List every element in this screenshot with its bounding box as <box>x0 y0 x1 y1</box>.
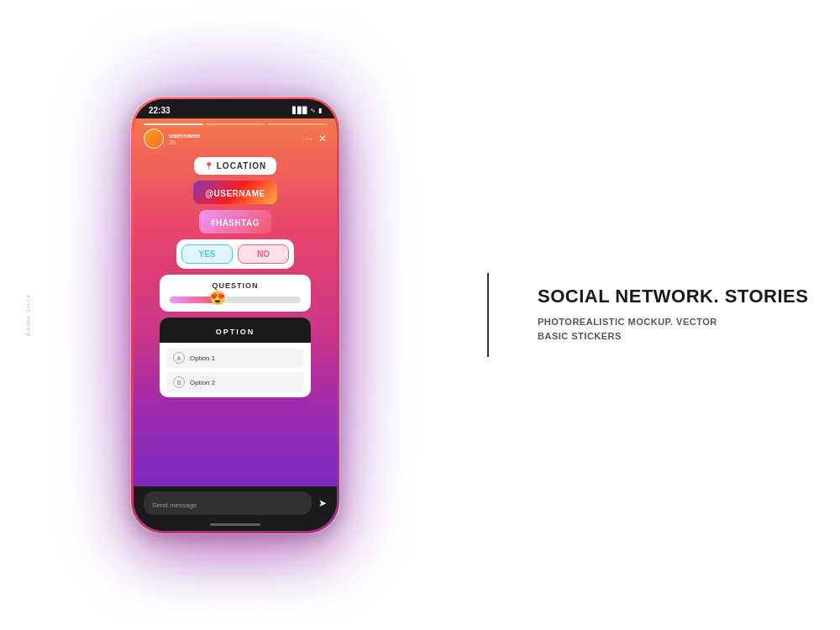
progress-bar-1 <box>144 123 203 125</box>
progress-bar-2 <box>206 123 265 125</box>
adobe-watermark: Adobe Stock <box>25 294 31 337</box>
send-icon[interactable]: ➤ <box>318 497 327 509</box>
poll-yes-option[interactable]: YES <box>181 244 233 264</box>
story-content-area: username 3h ··· ✕ 📍 LOCATION @USERN <box>134 118 337 486</box>
location-text: LOCATION <box>217 161 266 171</box>
hashtag-sticker[interactable]: #HASHTAG <box>199 210 271 234</box>
subtitle-text-2: BASIC STICKERS <box>538 331 622 341</box>
phone-mockup-section: Adobe Stock 22:33 ▋▊▉ ∿ ▮ <box>0 0 470 630</box>
wifi-icon: ∿ <box>310 107 316 114</box>
story-username: username <box>169 132 302 139</box>
quiz-options-list: A Option 1 B Option 2 <box>160 343 311 397</box>
right-text-content: SOCIAL NETWORK. STORIES PHOTOREALISTIC M… <box>521 286 808 344</box>
message-input[interactable]: Send message <box>144 491 312 515</box>
quiz-option-a[interactable]: A Option 1 <box>166 348 304 368</box>
vertical-divider <box>487 273 489 357</box>
battery-icon: ▮ <box>318 107 322 114</box>
quiz-header: OPTION <box>160 318 311 343</box>
slider-emoji-icon: 😍 <box>209 290 226 306</box>
status-icons: ▋▊▉ ∿ ▮ <box>292 107 322 114</box>
story-user-info: username 3h <box>169 132 302 145</box>
story-time: 3h <box>169 139 302 145</box>
emoji-slider-sticker[interactable]: QUESTION 😍 <box>160 275 311 312</box>
stickers-area: 📍 LOCATION @USERNAME #HASHTAG YES <box>144 157 327 480</box>
yes-no-poll-sticker[interactable]: YES NO <box>176 239 294 269</box>
more-options-icon[interactable]: ··· <box>302 133 313 144</box>
username-sticker[interactable]: @USERNAME <box>193 181 276 204</box>
poll-no-option[interactable]: NO <box>238 244 289 264</box>
subtitle-line1: PHOTOREALISTIC MOCKUP. VECTOR BASIC STIC… <box>538 315 808 344</box>
location-sticker[interactable]: 📍 LOCATION <box>194 157 276 175</box>
subtitle-text-1: PHOTOREALISTIC MOCKUP. VECTOR <box>538 317 717 327</box>
avatar <box>144 129 164 149</box>
progress-bar-3 <box>267 123 327 125</box>
home-bar <box>210 523 260 526</box>
option-a-text: Option 1 <box>190 354 215 362</box>
location-pin-icon: 📍 <box>204 162 213 171</box>
username-sticker-text: @USERNAME <box>205 189 265 198</box>
quiz-option-b[interactable]: B Option 2 <box>166 372 304 392</box>
quiz-header-text: OPTION <box>216 328 255 336</box>
main-title: SOCIAL NETWORK. STORIES <box>538 286 808 307</box>
right-text-section: SOCIAL NETWORK. STORIES PHOTOREALISTIC M… <box>470 0 840 630</box>
signal-icon: ▋▊▉ <box>292 107 307 114</box>
story-header: username 3h ··· ✕ <box>144 129 327 149</box>
message-placeholder-text: Send message <box>152 501 197 509</box>
hashtag-sticker-text: #HASHTAG <box>211 218 260 228</box>
quiz-option-sticker[interactable]: OPTION A Option 1 B Option 2 <box>160 318 311 397</box>
slider-question-text: QUESTION <box>170 281 301 290</box>
option-b-text: Option 2 <box>190 379 215 386</box>
home-indicator <box>134 520 337 531</box>
message-bar: Send message ➤ <box>134 486 337 520</box>
story-progress-bars <box>144 118 327 129</box>
option-b-letter: B <box>173 376 185 388</box>
close-icon[interactable]: ✕ <box>318 133 327 144</box>
status-time: 22:33 <box>149 106 171 115</box>
phone-screen: 22:33 ▋▊▉ ∿ ▮ us <box>134 99 337 531</box>
phone-frame: 22:33 ▋▊▉ ∿ ▮ us <box>131 97 339 533</box>
status-bar: 22:33 ▋▊▉ ∿ ▮ <box>134 99 337 118</box>
option-a-letter: A <box>173 352 185 364</box>
slider-track[interactable]: 😍 <box>170 297 301 303</box>
